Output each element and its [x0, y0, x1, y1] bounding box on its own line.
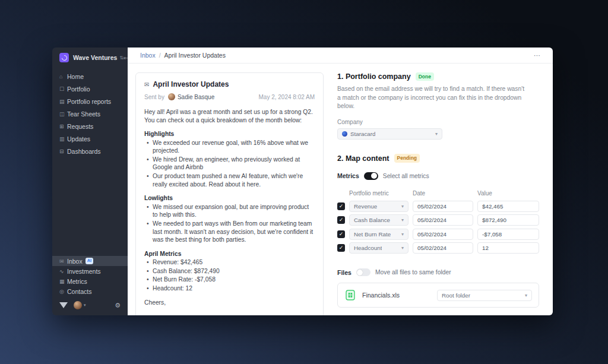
metric-select-value: Cash Balance [354, 217, 390, 223]
company-select-value: Staracard [350, 131, 375, 137]
content-area: ✉ April Investor Updates Sent by Sadie B… [128, 64, 553, 315]
sidebar-item-contacts[interactable]: ◎ Contacts [52, 286, 128, 296]
bar-chart-icon: ▦ [59, 278, 67, 284]
desktop-background: { "icons": { "chevron_down": "▾", "check… [0, 0, 608, 364]
lowlights-list: We missed our expansion goal, but are im… [147, 203, 315, 244]
list-item: Net Burn Rate: -$7,058 [147, 276, 315, 284]
file-card: Financials.xls Root folder ▾ [337, 283, 539, 308]
date-input[interactable] [413, 229, 473, 240]
chevron-down-icon: ▾ [433, 131, 438, 137]
metric-select-value: Revenue [354, 203, 377, 210]
metric-select[interactable]: Net Burn Rate ▾ [349, 229, 408, 240]
row-checkbox[interactable]: ✓ [337, 216, 345, 224]
value-input[interactable] [477, 242, 539, 254]
sidebar: Wave Ventures ⇅ ⇤ ⌂ Home ☐ Portfolio ▤ P… [52, 48, 128, 315]
sidebar-nav-bottom: ✉ Inbox AI ∿ Investments ▦ Metrics ◎ Con… [52, 252, 128, 296]
section-heading: April Metrics [144, 250, 315, 258]
select-all-metrics-label: Select all metrics [383, 173, 429, 179]
updates-icon: ▥ [59, 136, 67, 142]
breadcrumb-inbox-link[interactable]: Inbox [140, 52, 156, 59]
move-files-toggle[interactable] [356, 268, 370, 276]
sidebar-item-label: Portfolio [67, 86, 90, 93]
step2-header: 2. Map content Pending [337, 154, 539, 162]
row-checkbox[interactable]: ✓ [337, 202, 345, 210]
row-checkbox[interactable]: ✓ [337, 230, 345, 238]
mapping-panel: 1. Portfolio company Done Based on the e… [337, 72, 539, 315]
chevron-down-icon: ▾ [399, 217, 404, 223]
sidebar-item-portfolio[interactable]: ☐ Portfolio [52, 83, 128, 95]
highlights-list: We exceeded our revenue goal, with 16% a… [147, 139, 315, 188]
metric-select-value: Headcount [354, 245, 382, 251]
workspace-switcher-icon[interactable]: ⇅ [119, 55, 124, 61]
date-input[interactable] [413, 214, 473, 226]
sidebar-item-label: Tear Sheets [67, 110, 100, 118]
envelope-icon: ✉ [144, 81, 149, 88]
column-header-value: Value [477, 190, 492, 197]
email-card: ✉ April Investor Updates Sent by Sadie B… [135, 72, 324, 315]
date-input[interactable] [413, 242, 473, 254]
breadcrumb-separator: / [159, 52, 161, 59]
sidebar-nav-top: ⌂ Home ☐ Portfolio ▤ Portfolio reports ◫… [52, 67, 128, 157]
list-item: Cash Balance: $872,490 [147, 267, 315, 276]
settings-gear-icon[interactable]: ⚙ [115, 302, 121, 309]
value-input[interactable] [477, 229, 539, 240]
sidebar-item-metrics[interactable]: ▦ Metrics [52, 276, 128, 286]
folder-select[interactable]: Root folder ▾ [437, 290, 532, 301]
table-row: ✓ Revenue ▾ [337, 201, 539, 212]
table-row: ✓ Headcount ▾ [337, 242, 539, 254]
sidebar-spacer [52, 157, 128, 252]
company-select[interactable]: Staracard ▾ [337, 128, 442, 140]
column-header-date: Date [413, 190, 477, 197]
company-label: Company [337, 119, 539, 125]
inbox-icon: ✉ [59, 258, 67, 264]
value-input[interactable] [477, 214, 539, 226]
step2-title: 2. Map content [337, 154, 390, 163]
ai-badge: AI [86, 258, 94, 265]
sidebar-item-label: Investments [67, 268, 101, 275]
table-row: ✓ Cash Balance ▾ [337, 214, 539, 226]
step1-description: Based on the email address we will try t… [337, 85, 526, 110]
workspace-name: Wave Ventures [73, 54, 117, 61]
sidebar-item-portfolio-reports[interactable]: ▤ Portfolio reports [52, 95, 128, 107]
chevron-down-icon: ▾ [399, 232, 404, 237]
value-input[interactable] [477, 201, 539, 212]
org-logo-icon[interactable] [59, 302, 68, 308]
sent-by-label: Sent by [144, 94, 164, 100]
file-name: Financials.xls [362, 292, 400, 299]
metric-select[interactable]: Headcount ▾ [349, 242, 408, 254]
more-options-icon[interactable]: ⋯ [534, 52, 541, 59]
sidebar-item-label: Updates [67, 135, 90, 143]
list-item: We hired Drew, an engineer, who previous… [147, 156, 315, 172]
user-avatar[interactable] [74, 301, 82, 309]
spreadsheet-file-icon [344, 289, 356, 301]
april-metrics-list: Revenue: $42,465 Cash Balance: $872,490 … [147, 258, 315, 292]
sidebar-item-dashboards[interactable]: ⊟ Dashboards [52, 145, 128, 157]
sender-avatar [168, 93, 175, 100]
sidebar-item-home[interactable]: ⌂ Home [52, 70, 128, 83]
briefcase-icon: ☐ [59, 86, 67, 92]
metric-select[interactable]: Cash Balance ▾ [349, 214, 408, 226]
date-input[interactable] [413, 201, 473, 212]
sidebar-item-investments[interactable]: ∿ Investments [52, 266, 128, 276]
list-item: We missed our expansion goal, but are im… [147, 203, 315, 219]
sidebar-item-requests[interactable]: ⊞ Requests [52, 120, 128, 132]
step1-title: 1. Portfolio company [337, 72, 411, 81]
home-icon: ⌂ [59, 74, 67, 80]
list-item: We exceeded our revenue goal, with 16% a… [147, 139, 315, 155]
sidebar-footer: ▾ ⚙ [52, 296, 128, 315]
workspace-switcher[interactable]: Wave Ventures ⇅ ⇤ [52, 48, 128, 67]
column-header-metric: Portfolio metric [349, 190, 413, 197]
email-intro: Hey all! April was a great month and set… [144, 108, 315, 124]
sidebar-item-tear-sheets[interactable]: ◫ Tear Sheets [52, 107, 128, 120]
chevron-down-icon[interactable]: ▾ [84, 303, 86, 308]
row-checkbox[interactable]: ✓ [337, 244, 345, 252]
metric-select[interactable]: Revenue ▾ [349, 201, 408, 212]
app-window: Wave Ventures ⇅ ⇤ ⌂ Home ☐ Portfolio ▤ P… [52, 48, 553, 315]
main-content: Inbox / April Investor Updates ⋯ ✉ April… [128, 48, 553, 315]
sidebar-item-updates[interactable]: ▥ Updates [52, 132, 128, 145]
email-body: Hey all! April was a great month and set… [144, 108, 315, 315]
select-all-metrics-toggle[interactable] [364, 172, 378, 180]
email-meta: Sent by Sadie Basque May 2, 2024 8:02 AM [144, 93, 315, 100]
sidebar-item-inbox[interactable]: ✉ Inbox AI [52, 256, 128, 266]
line-chart-icon: ∿ [59, 268, 67, 274]
